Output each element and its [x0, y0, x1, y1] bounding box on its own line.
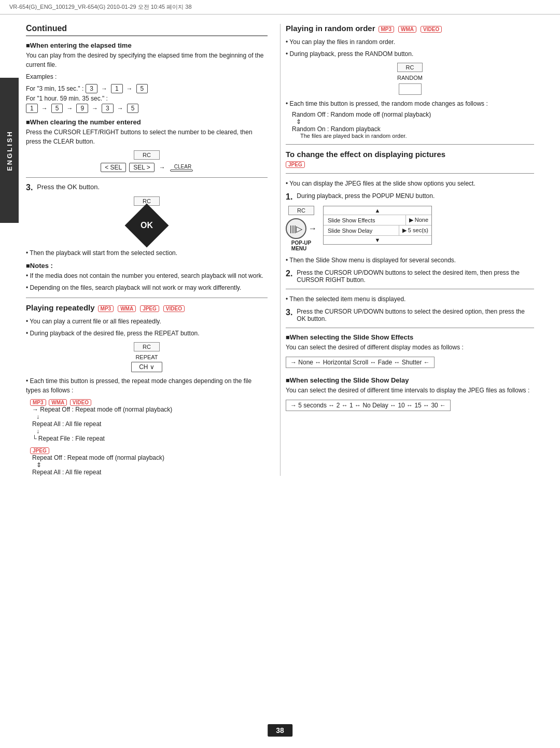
step3-diagram: RC OK — [26, 196, 268, 244]
key-5c: 5 — [127, 104, 139, 113]
key-3b: 3 — [102, 104, 114, 113]
repeat-rc: RC — [134, 342, 160, 351]
header-text: VR-654(G)_ENG_100129_VR-654(G) 2010-01-2… — [9, 4, 192, 10]
divider6 — [286, 328, 534, 328]
popup-rc-diagram: RC |||▷ → POP-UPMENU — [286, 206, 317, 251]
clear-label: CLEAR — [174, 164, 191, 170]
header-bar: VR-654(G)_ENG_100129_VR-654(G) 2010-01-2… — [0, 0, 560, 15]
sidebar-label-text: ENGLISH — [6, 130, 13, 171]
popup-rc-buttons: |||▷ → — [286, 218, 317, 239]
slide-delay-title: ■When selecting the Slide Show Delay — [286, 376, 534, 384]
random-item2: Random On : Random playback — [292, 125, 534, 133]
clear-btn[interactable] — [170, 170, 193, 172]
continued-title: Continued — [26, 24, 268, 36]
step3-num: 3. — [26, 183, 33, 192]
key-9: 9 — [76, 104, 88, 113]
example2-keys-row: 1 → 5 → 9 → 3 → 5 — [26, 104, 268, 113]
jpeg-item0: Repeat Off : Repeat mode off (normal pla… — [32, 454, 268, 461]
popup-triangle-up: ▲ — [324, 206, 431, 215]
ex1-label: For "3 min, 15 sec." : — [26, 85, 83, 92]
entering-elapsed-title: ■When entering the elapsed time — [26, 41, 268, 49]
step3-right-text: Press the CURSOR UP/DOWN buttons to sele… — [297, 308, 534, 322]
popup-label: POP-UPMENU — [291, 240, 311, 251]
notes-item1: • If the media does not contain the numb… — [26, 271, 268, 280]
right-column: Playing in random order MP3 WMA VIDEO • … — [280, 24, 534, 476]
clear-btn-container: CLEAR — [170, 164, 193, 172]
jpeg-item1: ⇕ — [36, 461, 268, 469]
main-content: Continued ■When entering the elapsed tim… — [0, 15, 560, 485]
clearing-rc-label: RC — [134, 150, 160, 160]
ch-btn[interactable]: CH ∨ — [131, 362, 162, 372]
random-item0: Random Off : Random mode off (normal pla… — [292, 111, 534, 118]
example2-label-row: For "1 hour. 59 min. 35 sec." : — [26, 95, 268, 102]
slide-delay-section: ■When selecting the Slide Show Delay You… — [286, 376, 534, 413]
sel-right-btn[interactable]: SEL > — [129, 163, 155, 172]
then-playback: • Then the playback will start from the … — [26, 248, 268, 258]
random-btn[interactable] — [399, 83, 422, 95]
popup-triangle-down: ▼ — [324, 235, 431, 244]
step2-num: 2. — [286, 269, 292, 278]
playing-repeatedly-title: Playing repeatedly — [26, 303, 95, 312]
divider5 — [286, 289, 534, 289]
tag-wma: WMA — [118, 305, 136, 312]
key-5b: 5 — [51, 104, 63, 113]
sel-left-btn[interactable]: < SEL — [101, 163, 126, 172]
repeat-diagram: RC REPEAT CH ∨ — [26, 342, 268, 372]
popup-circle-btn[interactable]: |||▷ — [286, 218, 306, 239]
random-list: Random Off : Random mode off (normal pla… — [292, 111, 534, 139]
examples-label: Examples : — [26, 72, 268, 81]
change-effect-section: To change the effect on displaying pictu… — [286, 150, 534, 413]
page-number: 38 — [268, 724, 292, 737]
random-each-time: • Each time this button is pressed, the … — [286, 99, 534, 108]
key-1b: 1 — [26, 104, 38, 113]
random-rc: RC — [397, 63, 423, 72]
random-diagram: RC RANDOM — [286, 63, 534, 95]
slide-effects-options: → None ↔ Horizontal Scroll ↔ Fade ↔ Shut… — [286, 357, 435, 368]
popup-menu-box: ▲ Slide Show Effects ▶ None Slide Show D… — [323, 206, 432, 245]
repeatedly-bullet2: • During playback of the desired file, p… — [26, 329, 268, 338]
step3-section: 3. Press the OK button. — [26, 183, 268, 192]
jpeg-tag-row: JPEG — [30, 446, 268, 454]
step3-right-num: 3. — [286, 308, 292, 317]
repeatedly-bullet1: • You can play a current file or all fil… — [26, 317, 268, 326]
step1-text: During playback, press the POPUP MENU bu… — [297, 192, 435, 200]
popup-circle-icon: |||▷ — [290, 224, 302, 234]
notes-label: ■Notes : — [26, 262, 268, 270]
playing-repeatedly-header: Playing repeatedly MP3 WMA JPEG VIDEO — [26, 303, 268, 314]
jpeg-item2: Repeat All : All file repeat — [32, 469, 268, 476]
random-item1: ⇕ — [296, 118, 534, 125]
each-time-repeat: • Each time this button is pressed, the … — [26, 376, 268, 395]
mp3-wma-video-tags: MP3 WMA VIDEO — [30, 398, 268, 406]
playing-repeatedly-section: Playing repeatedly MP3 WMA JPEG VIDEO • … — [26, 303, 268, 476]
popup-item1-label: Slide Show Effects — [324, 216, 405, 225]
random-header: Playing in random order MP3 WMA VIDEO — [286, 24, 534, 35]
random-bullet1: • You can play the files in random order… — [286, 37, 534, 47]
step2-section: 2. Press the CURSOR UP/DOWN buttons to s… — [286, 269, 534, 284]
ok-diamond[interactable]: OK — [125, 204, 169, 248]
step3-right-section: 3. Press the CURSOR UP/DOWN buttons to s… — [286, 308, 534, 322]
clearing-arrow: → — [159, 164, 165, 171]
mp3-item1: ↓ — [36, 413, 268, 420]
ok-label: OK — [141, 221, 153, 230]
tag-jpeg: JPEG — [140, 305, 159, 312]
slide-effects-body: You can select the desired of different … — [286, 343, 534, 352]
mp3-repeat-list: → Repeat Off : Repeat mode off (normal p… — [32, 406, 268, 442]
example1-row: For "3 min, 15 sec." : 3 → 1 → 5 — [26, 84, 268, 93]
mp3-item3: ↓ — [36, 428, 268, 435]
change-effect-title: To change the effect on displaying pictu… — [286, 150, 445, 159]
divider2 — [26, 298, 268, 298]
divider4 — [286, 173, 534, 174]
then-text1: • Then the Slide Show menu is displayed … — [286, 256, 534, 265]
step3-text: Press the OK button. — [37, 183, 100, 191]
tag-mp3: MP3 — [98, 305, 114, 312]
random-bullet2: • During playback, press the RANDOM butt… — [286, 49, 534, 59]
change-effect-header: To change the effect on displaying pictu… — [286, 150, 534, 159]
mp3-item4: └ Repeat File : File repeat — [32, 435, 268, 442]
popup-rc-label: RC — [288, 206, 314, 215]
step1-num: 1. — [286, 192, 292, 202]
ex2-label: For "1 hour. 59 min. 35 sec." : — [26, 95, 108, 102]
popup-item1-value: ▶ None — [405, 215, 431, 225]
clearing-title: ■When clearing the number entered — [26, 118, 268, 126]
entering-elapsed-body: You can play from the desired by specify… — [26, 51, 268, 69]
tag-video: VIDEO — [163, 305, 185, 312]
